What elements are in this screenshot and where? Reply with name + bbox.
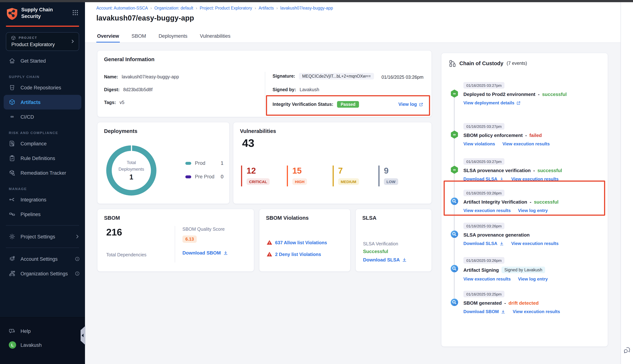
- download-slsa-link[interactable]: Download SLSA: [464, 241, 504, 246]
- legend-value: 0: [221, 174, 224, 180]
- view-execution-results-link[interactable]: View execution results: [464, 208, 511, 213]
- event-link-label: View log entry: [518, 276, 548, 282]
- chain-of-custody-count: (7 events): [506, 61, 527, 66]
- severity-row: 12CRITICAL15HIGH7MEDIUM9LOW: [241, 166, 424, 186]
- sidebar-section-label: MANAGE: [0, 180, 85, 192]
- help-chat-icon: ?: [9, 328, 16, 334]
- severity-badge: MEDIUM: [338, 178, 359, 185]
- legend-swatch: [185, 175, 191, 178]
- view-execution-results-link[interactable]: View execution results: [511, 176, 558, 182]
- sidebar-item-remediation-tracker[interactable]: Remediation Tracker: [0, 166, 85, 180]
- severity-badge: LOW: [384, 178, 398, 185]
- tab-deployments[interactable]: Deployments: [158, 30, 188, 43]
- severity-badge: CRITICAL: [246, 178, 270, 185]
- svg-text:∞: ∞: [453, 132, 456, 136]
- sidebar-item-label: Integrations: [20, 197, 46, 202]
- sidebar-item-get-started[interactable]: Get Started: [0, 54, 85, 68]
- project-selector[interactable]: PROJECT Product Exploratory: [6, 32, 79, 51]
- view-log-label: View log: [398, 102, 417, 107]
- view-log-link[interactable]: View log: [398, 102, 424, 107]
- breadcrumb-link[interactable]: lavakush07/easy-buggy-app: [280, 6, 333, 10]
- sidebar-item-help[interactable]: ? Help: [0, 324, 85, 338]
- tags-value: v5: [120, 100, 124, 105]
- sidebar-item-compliance[interactable]: Compliance: [0, 136, 85, 151]
- tab-sbom[interactable]: SBOM: [131, 30, 147, 43]
- scan-step-icon: [450, 298, 459, 306]
- event-separator: -: [533, 168, 535, 173]
- severity-low: 9LOW: [378, 166, 424, 186]
- sidebar-item-account-settings[interactable]: Account Settings: [0, 252, 85, 266]
- app-switcher-grid-icon[interactable]: [72, 10, 78, 16]
- event-status: drift detected: [508, 300, 539, 306]
- view-log-entry-link[interactable]: View log entry: [518, 208, 548, 213]
- breadcrumb-link[interactable]: Project: Product Exploratory: [200, 6, 252, 10]
- support-chat-icon[interactable]: [623, 346, 631, 354]
- tab-overview[interactable]: Overview: [96, 30, 120, 43]
- warning-triangle-icon: [267, 240, 272, 245]
- tab-vulnerabilities[interactable]: Vulnerabilities: [199, 30, 231, 43]
- event-links: View execution resultsView log entry: [464, 208, 602, 213]
- scan-step-icon: [450, 197, 459, 206]
- sidebar-item-organization-settings[interactable]: Organization Settings: [0, 266, 85, 281]
- sidebar-header: Supply Chain Security: [0, 2, 85, 26]
- sidebar-divider: [6, 225, 79, 226]
- download-slsa-link[interactable]: Download SLSA: [363, 257, 407, 262]
- sidebar-item-rule-definitions[interactable]: Rule Definitions: [0, 151, 85, 166]
- event-links: Download SLSAView execution results: [464, 176, 602, 182]
- event-links: View deployment details: [464, 100, 602, 106]
- download-icon: [223, 250, 228, 256]
- download-slsa-link[interactable]: Download SLSA: [464, 176, 504, 182]
- event-links: View violationsView execution results: [464, 141, 602, 146]
- gear-icon: [9, 233, 16, 240]
- scan-step-icon: [450, 230, 459, 238]
- breadcrumb-link[interactable]: Account: Automation-SSCA: [96, 6, 148, 10]
- breadcrumb-separator: ›: [255, 6, 256, 10]
- download-sbom-link[interactable]: Download SBOM: [464, 309, 505, 314]
- sidebar-item-label: Rule Definitions: [20, 156, 55, 161]
- event-link-label: View execution results: [464, 276, 511, 282]
- header-divider: [85, 42, 620, 43]
- view-violations-link[interactable]: View violations: [464, 141, 495, 146]
- timeline-event-deployed-to-prod2-environment: ∞01/16/2025 03:27pmDeployed to Prod2 env…: [450, 82, 602, 106]
- sidebar-item-integrations[interactable]: Integrations: [0, 192, 85, 207]
- event-link-label: View log entry: [518, 208, 548, 213]
- allow-list-violations-link[interactable]: 637 Allow list Violations: [267, 240, 327, 245]
- digest-label: Digest:: [104, 87, 120, 92]
- sidebar-item-pipelines[interactable]: Pipelines: [0, 207, 85, 222]
- view-execution-results-link[interactable]: View execution results: [464, 276, 511, 282]
- event-title: Artifact Integrity Verification: [464, 199, 527, 205]
- timeline-event-artifact-integrity-verification: 01/16/2025 03:26pmArtifact Integrity Ver…: [450, 189, 602, 213]
- donut-center-label-1: Total: [118, 160, 144, 166]
- deny-list-violations-link[interactable]: 2 Deny list Violations: [267, 252, 321, 257]
- sidebar-item-project-settings[interactable]: Project Settings: [0, 229, 85, 244]
- view-execution-results-link[interactable]: View execution results: [513, 309, 560, 314]
- breadcrumb-link[interactable]: Organization: default: [154, 6, 193, 10]
- timeline-event-slsa-provenance-verification: ∞01/16/2025 03:27pmSLSA provenance verif…: [450, 158, 602, 182]
- severity-high: 15HIGH: [287, 166, 332, 186]
- pipeline-step-icon: ∞: [450, 89, 459, 98]
- status-badge-passed: Passed: [337, 101, 359, 108]
- view-execution-results-link[interactable]: View execution results: [502, 141, 550, 146]
- share-icon: [9, 196, 16, 203]
- sidebar-item-label: Project Settings: [20, 234, 55, 239]
- sidebar-item-artifacts[interactable]: Artifacts: [4, 95, 81, 110]
- sidebar-item-code-repositories[interactable]: </>Code Repositories: [0, 80, 85, 95]
- integrity-label: Integrity Verification Status:: [272, 102, 333, 107]
- pipeline-step-icon: ∞: [450, 130, 459, 139]
- view-execution-results-link[interactable]: View execution results: [511, 241, 558, 246]
- signed-by-badge: Signed by Lavakush: [502, 266, 545, 273]
- infinity-icon: ∞: [9, 114, 16, 120]
- chevron-right-icon: [75, 234, 80, 239]
- breadcrumb-link[interactable]: Artifacts: [258, 6, 274, 10]
- event-link-label: Download SBOM: [464, 309, 499, 314]
- info-icon: [75, 256, 80, 262]
- view-log-entry-link[interactable]: View log entry: [518, 276, 548, 282]
- timeline-event-slsa-provenance-generation: 01/16/2025 03:26pmSLSA provenance genera…: [450, 222, 602, 246]
- user-menu[interactable]: L Lavakush: [0, 338, 85, 352]
- view-deployment-details-link[interactable]: View deployment details: [464, 100, 521, 106]
- sidebar-item-ci-cd[interactable]: ∞CI/CD: [0, 110, 85, 124]
- tags-label: Tags:: [104, 100, 116, 105]
- sbom-card: SBOM 216 Total Dependencies SBOM Quality…: [97, 209, 254, 272]
- sbom-heading: SBOM: [104, 215, 120, 221]
- download-sbom-link[interactable]: Download SBOM: [182, 250, 228, 256]
